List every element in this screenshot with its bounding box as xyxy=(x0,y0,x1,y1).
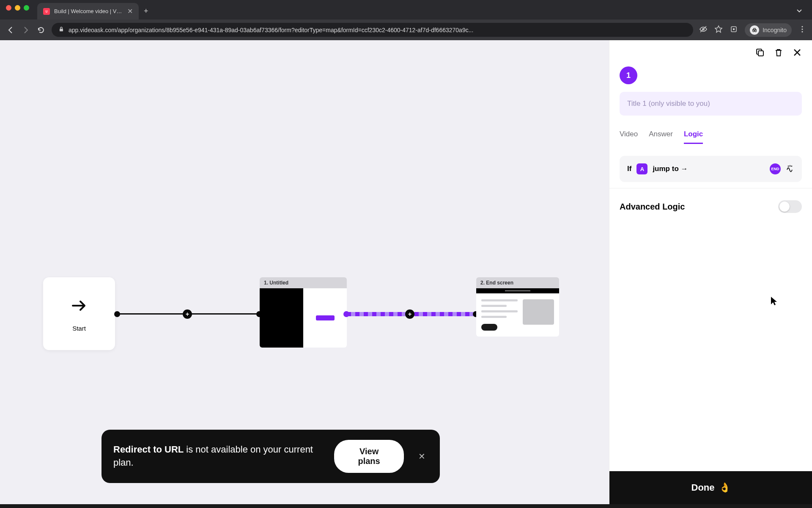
end-body xyxy=(476,288,559,337)
svg-point-9 xyxy=(755,30,757,32)
svg-point-8 xyxy=(753,30,754,32)
svg-point-10 xyxy=(801,26,803,27)
answer-preview xyxy=(303,288,347,348)
delete-icon[interactable] xyxy=(774,48,783,59)
step-header: 1. Untitled xyxy=(260,277,347,288)
tab-answer[interactable]: Answer xyxy=(649,130,673,144)
svg-point-11 xyxy=(801,28,803,30)
tabs-overflow-icon[interactable] xyxy=(796,7,803,16)
start-label: Start xyxy=(72,325,86,332)
advanced-logic-toggle[interactable] xyxy=(778,200,802,213)
step-node-1[interactable]: 1. Untitled xyxy=(260,277,347,348)
toast-close-icon[interactable]: ✕ xyxy=(416,451,428,461)
incognito-chip[interactable]: Incognito xyxy=(745,23,792,37)
step-title-input[interactable] xyxy=(620,92,802,116)
condition-chip[interactable]: A xyxy=(636,163,647,174)
wave-icon[interactable] xyxy=(786,164,794,174)
browser-tab[interactable]: Build | Welcome video | VideoA ✕ xyxy=(37,3,139,19)
toast-bold: Redirect to URL xyxy=(113,444,184,455)
window-minimize-button[interactable] xyxy=(15,5,20,11)
end-text-lines xyxy=(481,299,518,331)
toast-message: Redirect to URL is not available on your… xyxy=(113,443,322,469)
incognito-label: Incognito xyxy=(763,27,787,33)
eye-off-icon[interactable] xyxy=(699,25,708,35)
video-thumbnail xyxy=(260,288,303,348)
toolbar-right: Incognito xyxy=(699,23,806,37)
svg-point-1 xyxy=(46,11,47,11)
end-image-placeholder xyxy=(523,299,554,325)
toggle-knob xyxy=(779,202,790,212)
tab-strip: Build | Welcome video | VideoA ✕ + xyxy=(34,3,812,19)
kebab-menu-icon[interactable] xyxy=(798,25,806,35)
start-node[interactable]: Start xyxy=(43,277,115,350)
advanced-logic-label: Advanced Logic xyxy=(620,202,685,212)
lock-icon xyxy=(58,26,64,33)
add-step-button[interactable]: + xyxy=(183,309,192,319)
duplicate-icon[interactable] xyxy=(755,48,765,59)
close-icon[interactable] xyxy=(793,48,802,59)
svg-rect-14 xyxy=(758,51,763,56)
reload-button[interactable] xyxy=(36,25,46,35)
done-label: Done xyxy=(691,482,715,493)
arrow-right-icon xyxy=(69,296,89,317)
inspector-panel: 1 Video Answer Logic If A jump to → END … xyxy=(609,40,812,504)
ok-hand-icon: 👌 xyxy=(719,482,730,493)
view-plans-button[interactable]: View plans xyxy=(334,440,404,473)
flow-canvas[interactable]: Start + 1. Untitled + 2. End screen xyxy=(0,40,609,504)
logic-rule-row[interactable]: If A jump to → END xyxy=(620,156,802,182)
panel-header: 1 xyxy=(609,66,812,121)
end-top-bar xyxy=(476,288,559,293)
answer-bar-icon xyxy=(316,315,335,320)
star-icon[interactable] xyxy=(714,25,723,35)
svg-point-2 xyxy=(47,11,48,11)
done-button[interactable]: Done 👌 xyxy=(609,471,812,504)
window-close-button[interactable] xyxy=(6,5,11,11)
extensions-icon[interactable] xyxy=(730,25,738,35)
logic-if-label: If xyxy=(627,165,631,173)
step-header: 2. End screen xyxy=(476,277,559,288)
step-body xyxy=(260,288,347,348)
url-text: app.videoask.com/app/organizations/8b955… xyxy=(69,27,473,33)
tab-video[interactable]: Video xyxy=(620,130,638,144)
new-tab-button[interactable]: + xyxy=(139,4,154,18)
logic-jump-label: jump to → xyxy=(653,165,688,173)
tab-close-icon[interactable]: ✕ xyxy=(127,7,133,15)
browser-chrome: Build | Welcome video | VideoA ✕ + app.v… xyxy=(0,0,812,40)
panel-tabs: Video Answer Logic xyxy=(609,121,812,144)
advanced-logic-row: Advanced Logic xyxy=(609,188,812,225)
app-root: Start + 1. Untitled + 2. End screen xyxy=(0,40,812,504)
upgrade-toast: Redirect to URL is not available on your… xyxy=(102,430,440,483)
svg-point-12 xyxy=(801,31,803,32)
svg-rect-7 xyxy=(733,28,735,30)
mouse-cursor-icon xyxy=(771,296,777,308)
add-step-button[interactable]: + xyxy=(405,309,414,319)
tab-favicon-icon xyxy=(43,8,50,15)
forward-button[interactable] xyxy=(21,25,30,35)
svg-rect-0 xyxy=(44,9,49,14)
back-button[interactable] xyxy=(6,25,15,35)
svg-rect-3 xyxy=(60,29,63,31)
panel-actions xyxy=(609,40,812,66)
step-number-badge: 1 xyxy=(620,66,637,84)
jump-target-chip[interactable]: END xyxy=(770,163,781,174)
address-bar[interactable]: app.videoask.com/app/organizations/8b955… xyxy=(52,23,693,37)
incognito-icon xyxy=(750,25,759,35)
toolbar: app.videoask.com/app/organizations/8b955… xyxy=(0,19,812,40)
tab-logic[interactable]: Logic xyxy=(684,130,703,144)
tab-title: Build | Welcome video | VideoA xyxy=(54,8,123,14)
window-fullscreen-button[interactable] xyxy=(24,5,29,11)
end-node[interactable]: 2. End screen xyxy=(476,277,559,337)
